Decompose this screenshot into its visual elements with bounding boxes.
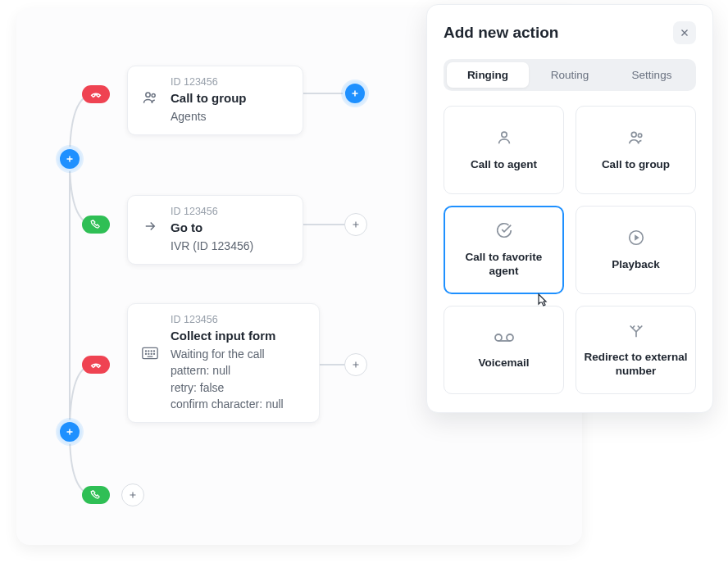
add-node-after-button[interactable] [344,353,367,376]
tile-label: Voicemail [471,356,535,370]
node-title: Call to group [171,91,247,105]
hangup-pill[interactable] [82,356,110,374]
add-branch-button[interactable] [57,147,82,171]
svg-point-17 [507,334,513,341]
svg-point-13 [631,132,636,137]
svg-point-4 [148,351,149,352]
hangup-pill[interactable] [82,85,110,103]
node-id: ID 123456 [171,206,253,217]
node-id: ID 123456 [171,314,284,325]
tile-label: Redirect to external number [576,351,695,379]
add-action-modal: Add new action Ringing Routing Settings … [426,4,713,413]
svg-point-7 [146,353,147,354]
svg-point-5 [151,351,152,352]
close-button[interactable] [673,21,696,44]
user-icon [495,129,513,150]
svg-point-0 [146,93,150,97]
tile-label: Call to group [595,158,676,172]
tab-settings[interactable]: Settings [611,62,693,88]
tile-label: Call to favorite agent [445,251,562,279]
add-node-after-button[interactable] [344,213,367,236]
tile-label: Playback [605,258,667,272]
action-call-to-group[interactable]: Call to group [576,106,696,194]
tab-ringing[interactable]: Ringing [447,62,529,88]
svg-point-14 [638,134,641,137]
svg-point-9 [151,353,152,354]
branch-icon [627,321,645,343]
flow-node-collect-input[interactable]: ID 123456 Collect input form Waiting for… [127,303,320,423]
check-circle-icon [495,221,513,243]
svg-point-1 [152,94,155,98]
tile-label: Call to agent [464,158,544,172]
play-circle-icon [627,229,645,250]
action-playback[interactable]: Playback [576,206,696,294]
arrow-right-icon [138,206,162,234]
add-branch-button[interactable] [57,420,82,444]
group-icon [138,76,162,106]
action-call-to-favorite-agent[interactable]: Call to favorite agent [444,206,564,294]
svg-point-12 [501,132,506,137]
modal-title: Add new action [444,24,558,42]
svg-point-6 [154,351,155,352]
keypad-icon [138,314,162,360]
answer-pill[interactable] [82,216,110,234]
svg-point-16 [495,334,502,341]
action-call-to-agent[interactable]: Call to agent [444,106,564,194]
node-sub: Agents [171,108,247,125]
flow-node-call-to-group[interactable]: ID 123456 Call to group Agents [127,66,303,135]
add-node-after-button[interactable] [343,81,367,106]
tab-routing[interactable]: Routing [529,62,611,88]
answer-pill[interactable] [82,486,110,504]
tab-bar: Ringing Routing Settings [444,59,696,91]
flow-node-goto[interactable]: ID 123456 Go to IVR (ID 123456) [127,195,303,265]
node-id: ID 123456 [171,76,247,88]
node-title: Collect input form [171,329,284,343]
node-sub: IVR (ID 123456) [171,238,253,254]
svg-point-3 [146,351,147,352]
voicemail-icon [494,330,515,348]
add-node-button[interactable] [121,483,144,506]
action-voicemail[interactable]: Voicemail [444,306,564,394]
svg-point-8 [148,353,149,354]
action-redirect-external[interactable]: Redirect to external number [576,306,696,394]
group-icon [626,129,646,150]
svg-point-10 [154,353,155,354]
node-sub: Waiting for the call pattern: null retry… [171,346,284,412]
node-title: Go to [171,220,253,234]
